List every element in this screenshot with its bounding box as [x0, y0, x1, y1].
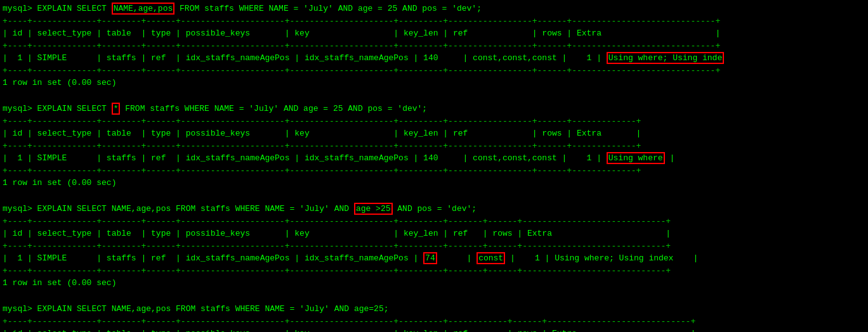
footer-2: 1 row in set (0.00 sec): [0, 177, 868, 189]
block-4: mysql> EXPLAIN SELECT NAME,age,pos FROM …: [0, 303, 868, 332]
header-3: | id | select_type | table | type | poss…: [0, 227, 868, 240]
block-2: mysql> EXPLAIN SELECT * FROM staffs WHER…: [0, 103, 868, 189]
header-1: | id | select_type | table | type | poss…: [0, 27, 868, 40]
footer-1: 1 row in set (0.00 sec): [0, 77, 868, 89]
highlight-star-2: *: [112, 103, 121, 115]
prompt-line-4: mysql> EXPLAIN SELECT NAME,age,pos FROM …: [0, 303, 868, 316]
separator-1b: +----+-------------+--------+------+----…: [0, 40, 868, 53]
separator-3a: +----+-------------+--------+------+----…: [0, 215, 868, 228]
highlight-columns-1: NAME,age,pos: [112, 3, 175, 15]
separator-2b: +----+-------------+--------+------+----…: [0, 140, 868, 153]
separator-1c: +----+-------------+--------+------+----…: [0, 65, 868, 77]
row-2: | 1 | SIMPLE | staffs | ref | idx_staffs…: [0, 152, 868, 165]
blank-2: [0, 191, 868, 203]
terminal: mysql> EXPLAIN SELECT NAME,age,pos FROM …: [0, 0, 868, 332]
prompt-line-1: mysql> EXPLAIN SELECT NAME,age,pos FROM …: [0, 3, 868, 15]
row-1: | 1 | SIMPLE | staffs | ref | idx_staffs…: [0, 52, 868, 65]
row-3: | 1 | SIMPLE | staffs | ref | idx_staffs…: [0, 252, 868, 265]
header-2: | id | select_type | table | type | poss…: [0, 127, 868, 140]
prompt-line-2: mysql> EXPLAIN SELECT * FROM staffs WHER…: [0, 103, 868, 115]
block-3: mysql> EXPLAIN SELECT NAME,age,pos FROM …: [0, 203, 868, 290]
blank-3: [0, 291, 868, 303]
prompt-line-3: mysql> EXPLAIN SELECT NAME,age,pos FROM …: [0, 203, 868, 215]
separator-3b: +----+-------------+--------+------+----…: [0, 240, 868, 253]
separator-2c: +----+-------------+--------+------+----…: [0, 165, 868, 177]
separator-3c: +----+-------------+--------+------+----…: [0, 265, 868, 278]
separator-1a: +----+-------------+--------+------+----…: [0, 15, 868, 28]
separator-4a: +----+-------------+--------+------+----…: [0, 316, 868, 328]
highlight-ref-3: const: [477, 252, 505, 264]
header-4: | id | select_type | table | type | poss…: [0, 328, 868, 332]
separator-2a: +----+-------------+--------+------+----…: [0, 115, 868, 128]
highlight-age-3: age >25: [354, 203, 393, 215]
footer-3: 1 row in set (0.00 sec): [0, 277, 868, 290]
highlight-keylen-3: 74: [423, 252, 437, 264]
block-1: mysql> EXPLAIN SELECT NAME,age,pos FROM …: [0, 3, 868, 89]
highlight-extra-2: Using where: [607, 152, 665, 164]
blank-1: [0, 91, 868, 103]
highlight-extra-1: Using where; Using inde: [607, 52, 724, 64]
